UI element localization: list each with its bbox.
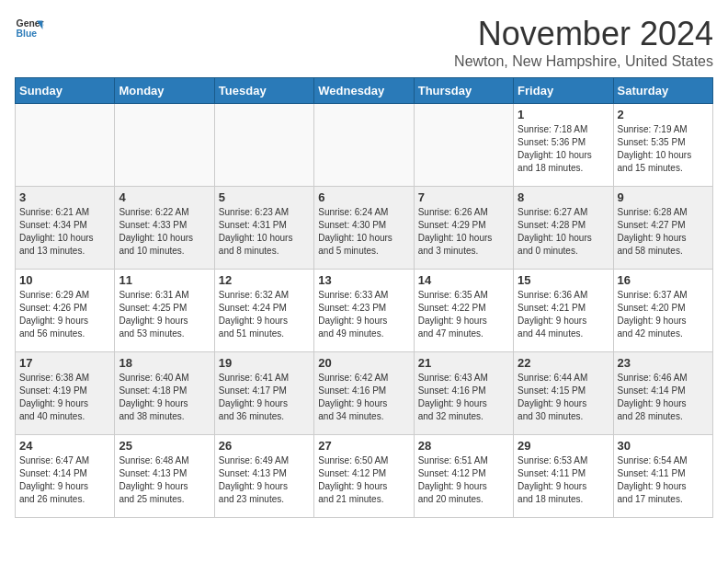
day-number: 16 — [618, 273, 709, 287]
calendar-cell: 19Sunrise: 6:41 AM Sunset: 4:17 PM Dayli… — [214, 352, 313, 435]
calendar-cell — [414, 104, 513, 187]
day-number: 22 — [518, 356, 609, 370]
logo-icon: General Blue — [15, 15, 44, 40]
day-info: Sunrise: 6:36 AM Sunset: 4:21 PM Dayligh… — [518, 289, 609, 340]
day-number: 26 — [219, 439, 310, 453]
day-number: 23 — [618, 356, 709, 370]
day-info: Sunrise: 6:48 AM Sunset: 4:13 PM Dayligh… — [119, 454, 210, 506]
day-number: 25 — [119, 439, 210, 453]
calendar-cell: 16Sunrise: 6:37 AM Sunset: 4:20 PM Dayli… — [613, 270, 712, 352]
svg-text:Blue: Blue — [17, 29, 38, 39]
day-number: 19 — [219, 356, 310, 370]
calendar-cell: 24Sunrise: 6:47 AM Sunset: 4:14 PM Dayli… — [16, 435, 115, 518]
day-number: 9 — [618, 190, 709, 204]
day-number: 3 — [19, 190, 110, 204]
calendar-cell: 12Sunrise: 6:32 AM Sunset: 4:24 PM Dayli… — [214, 270, 313, 352]
calendar-cell: 23Sunrise: 6:46 AM Sunset: 4:14 PM Dayli… — [613, 352, 712, 435]
calendar-cell: 6Sunrise: 6:24 AM Sunset: 4:30 PM Daylig… — [314, 187, 414, 270]
calendar-cell: 17Sunrise: 6:38 AM Sunset: 4:19 PM Dayli… — [16, 352, 115, 435]
week-row-5: 24Sunrise: 6:47 AM Sunset: 4:14 PM Dayli… — [16, 435, 713, 518]
day-info: Sunrise: 6:37 AM Sunset: 4:20 PM Dayligh… — [618, 289, 709, 340]
day-info: Sunrise: 6:41 AM Sunset: 4:17 PM Dayligh… — [219, 372, 310, 423]
day-number: 5 — [219, 190, 310, 204]
week-row-4: 17Sunrise: 6:38 AM Sunset: 4:19 PM Dayli… — [16, 352, 713, 435]
calendar-cell: 15Sunrise: 6:36 AM Sunset: 4:21 PM Dayli… — [514, 270, 613, 352]
calendar-cell: 1Sunrise: 7:18 AM Sunset: 5:36 PM Daylig… — [514, 104, 613, 187]
month-title: November 2024 — [454, 15, 713, 53]
calendar-cell: 8Sunrise: 6:27 AM Sunset: 4:28 PM Daylig… — [514, 187, 613, 270]
day-info: Sunrise: 6:46 AM Sunset: 4:14 PM Dayligh… — [618, 372, 709, 423]
day-info: Sunrise: 6:40 AM Sunset: 4:18 PM Dayligh… — [119, 372, 210, 423]
day-info: Sunrise: 6:43 AM Sunset: 4:16 PM Dayligh… — [418, 372, 509, 423]
calendar-cell: 3Sunrise: 6:21 AM Sunset: 4:34 PM Daylig… — [16, 187, 115, 270]
day-info: Sunrise: 7:19 AM Sunset: 5:35 PM Dayligh… — [618, 123, 709, 175]
weekday-header-friday: Friday — [514, 78, 613, 104]
day-info: Sunrise: 6:38 AM Sunset: 4:19 PM Dayligh… — [19, 372, 110, 423]
weekday-header-monday: Monday — [115, 78, 214, 104]
day-info: Sunrise: 6:53 AM Sunset: 4:11 PM Dayligh… — [518, 454, 609, 506]
header: General Blue November 2024 Newton, New H… — [15, 15, 713, 70]
week-row-2: 3Sunrise: 6:21 AM Sunset: 4:34 PM Daylig… — [16, 187, 713, 270]
weekday-header-tuesday: Tuesday — [214, 78, 313, 104]
day-number: 24 — [19, 439, 110, 453]
day-number: 17 — [19, 356, 110, 370]
day-info: Sunrise: 6:35 AM Sunset: 4:22 PM Dayligh… — [418, 289, 509, 340]
day-info: Sunrise: 6:50 AM Sunset: 4:12 PM Dayligh… — [318, 454, 409, 506]
day-info: Sunrise: 6:24 AM Sunset: 4:30 PM Dayligh… — [318, 206, 409, 258]
day-number: 8 — [518, 190, 609, 204]
calendar-cell: 27Sunrise: 6:50 AM Sunset: 4:12 PM Dayli… — [314, 435, 414, 518]
day-number: 27 — [318, 439, 409, 453]
day-number: 7 — [418, 190, 509, 204]
calendar-cell: 25Sunrise: 6:48 AM Sunset: 4:13 PM Dayli… — [115, 435, 214, 518]
day-info: Sunrise: 6:22 AM Sunset: 4:33 PM Dayligh… — [119, 206, 210, 258]
calendar-cell: 5Sunrise: 6:23 AM Sunset: 4:31 PM Daylig… — [214, 187, 313, 270]
calendar-cell — [214, 104, 313, 187]
calendar-cell: 14Sunrise: 6:35 AM Sunset: 4:22 PM Dayli… — [414, 270, 513, 352]
day-number: 15 — [518, 273, 609, 287]
day-number: 13 — [318, 273, 409, 287]
day-number: 14 — [418, 273, 509, 287]
calendar-table: SundayMondayTuesdayWednesdayThursdayFrid… — [15, 77, 713, 518]
day-info: Sunrise: 6:33 AM Sunset: 4:23 PM Dayligh… — [318, 289, 409, 340]
day-number: 10 — [19, 273, 110, 287]
day-info: Sunrise: 6:31 AM Sunset: 4:25 PM Dayligh… — [119, 289, 210, 340]
day-info: Sunrise: 6:29 AM Sunset: 4:26 PM Dayligh… — [19, 289, 110, 340]
calendar-cell: 10Sunrise: 6:29 AM Sunset: 4:26 PM Dayli… — [16, 270, 115, 352]
day-number: 20 — [318, 356, 409, 370]
day-info: Sunrise: 6:27 AM Sunset: 4:28 PM Dayligh… — [518, 206, 609, 258]
calendar-cell: 28Sunrise: 6:51 AM Sunset: 4:12 PM Dayli… — [414, 435, 513, 518]
calendar-cell: 9Sunrise: 6:28 AM Sunset: 4:27 PM Daylig… — [613, 187, 712, 270]
calendar-cell: 2Sunrise: 7:19 AM Sunset: 5:35 PM Daylig… — [613, 104, 712, 187]
calendar-cell: 20Sunrise: 6:42 AM Sunset: 4:16 PM Dayli… — [314, 352, 414, 435]
day-number: 1 — [518, 108, 609, 121]
day-info: Sunrise: 6:51 AM Sunset: 4:12 PM Dayligh… — [418, 454, 509, 506]
calendar-cell: 30Sunrise: 6:54 AM Sunset: 4:11 PM Dayli… — [613, 435, 712, 518]
day-info: Sunrise: 6:49 AM Sunset: 4:13 PM Dayligh… — [219, 454, 310, 506]
day-info: Sunrise: 6:44 AM Sunset: 4:15 PM Dayligh… — [518, 372, 609, 423]
calendar-cell: 29Sunrise: 6:53 AM Sunset: 4:11 PM Dayli… — [514, 435, 613, 518]
day-info: Sunrise: 6:32 AM Sunset: 4:24 PM Dayligh… — [219, 289, 310, 340]
day-info: Sunrise: 6:28 AM Sunset: 4:27 PM Dayligh… — [618, 206, 709, 258]
day-number: 18 — [119, 356, 210, 370]
day-info: Sunrise: 6:42 AM Sunset: 4:16 PM Dayligh… — [318, 372, 409, 423]
calendar-cell — [314, 104, 414, 187]
day-number: 29 — [518, 439, 609, 453]
weekday-header-sunday: Sunday — [16, 78, 115, 104]
calendar-cell: 7Sunrise: 6:26 AM Sunset: 4:29 PM Daylig… — [414, 187, 513, 270]
day-info: Sunrise: 6:26 AM Sunset: 4:29 PM Dayligh… — [418, 206, 509, 258]
weekday-header-wednesday: Wednesday — [314, 78, 414, 104]
calendar-cell: 13Sunrise: 6:33 AM Sunset: 4:23 PM Dayli… — [314, 270, 414, 352]
calendar-cell: 26Sunrise: 6:49 AM Sunset: 4:13 PM Dayli… — [214, 435, 313, 518]
day-info: Sunrise: 6:23 AM Sunset: 4:31 PM Dayligh… — [219, 206, 310, 258]
weekday-header-thursday: Thursday — [414, 78, 513, 104]
location-title: Newton, New Hampshire, United States — [454, 53, 713, 70]
calendar-cell: 11Sunrise: 6:31 AM Sunset: 4:25 PM Dayli… — [115, 270, 214, 352]
day-number: 21 — [418, 356, 509, 370]
day-number: 28 — [418, 439, 509, 453]
day-number: 2 — [618, 108, 709, 121]
week-row-3: 10Sunrise: 6:29 AM Sunset: 4:26 PM Dayli… — [16, 270, 713, 352]
logo: General Blue — [15, 15, 44, 40]
calendar-cell: 22Sunrise: 6:44 AM Sunset: 4:15 PM Dayli… — [514, 352, 613, 435]
calendar-cell: 4Sunrise: 6:22 AM Sunset: 4:33 PM Daylig… — [115, 187, 214, 270]
calendar-cell: 21Sunrise: 6:43 AM Sunset: 4:16 PM Dayli… — [414, 352, 513, 435]
